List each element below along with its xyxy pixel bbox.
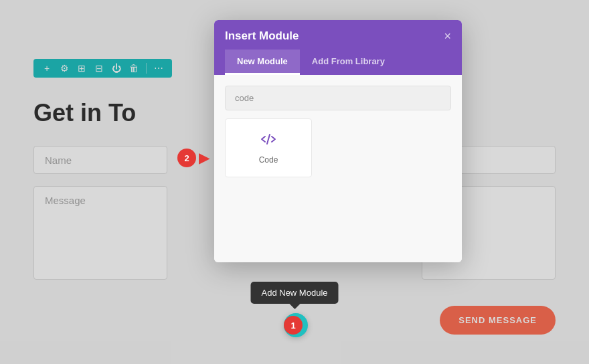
code-module-label: Code	[259, 155, 278, 165]
tooltip-arrow	[289, 304, 300, 309]
modal-close-button[interactable]: ×	[444, 30, 451, 42]
modal-tabs: New Module Add From Library	[225, 50, 451, 75]
modal-header: Insert Module × New Module Add From Libr…	[214, 20, 462, 75]
code-module-icon	[260, 131, 276, 151]
step2-arrow: ▶	[199, 150, 209, 166]
code-module-item[interactable]: Code	[225, 118, 312, 177]
add-module-area: 1	[284, 316, 305, 335]
module-search-input[interactable]	[225, 86, 451, 110]
insert-module-modal: Insert Module × New Module Add From Libr…	[214, 20, 462, 262]
svg-line-0	[267, 134, 270, 144]
modal-title: Insert Module	[225, 29, 299, 43]
tab-new-module[interactable]: New Module	[225, 50, 300, 75]
tab-add-from-library[interactable]: Add From Library	[300, 50, 397, 75]
step2-container: 2 ▶	[177, 149, 209, 167]
step2-badge: 2	[177, 149, 196, 167]
add-new-module-tooltip: Add New Module	[251, 282, 339, 304]
step1-badge: 1	[284, 316, 303, 335]
modal-body: Code	[214, 75, 462, 262]
modal-title-row: Insert Module ×	[225, 29, 451, 43]
